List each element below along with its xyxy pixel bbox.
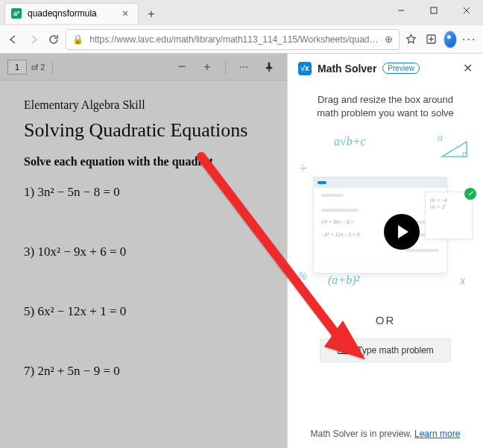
decoration-divide-icon: ÷ xyxy=(300,162,306,175)
window-controls xyxy=(385,0,483,21)
refresh-button[interactable] xyxy=(45,29,61,50)
decoration-ab-icon: (a+b)² xyxy=(328,274,359,287)
decoration-x-icon: x xyxy=(461,275,465,287)
doc-title: Solving Quadratic Equations xyxy=(24,119,287,142)
problem-3: 3) 10x² − 9x + 6 = 0 xyxy=(24,244,287,259)
lock-icon: 🔒 xyxy=(72,34,83,45)
window-titlebar: a² quadeqnsformula × + xyxy=(0,0,483,25)
back-button[interactable] xyxy=(6,29,22,50)
learn-more-link[interactable]: Learn more xyxy=(414,429,460,439)
zoom-in-button[interactable]: + xyxy=(197,57,218,78)
address-bar[interactable]: 🔒 https://www.lavc.edu/math/library/math… xyxy=(66,29,399,50)
pdf-toolbar: 1 of 2 − + ⋯ xyxy=(0,54,287,81)
page-number-input[interactable]: 1 xyxy=(7,60,27,75)
settings-menu-button[interactable]: ··· xyxy=(461,29,477,50)
window-maximize-button[interactable] xyxy=(417,0,450,21)
problem-1: 1) 3n² − 5n − 8 = 0 xyxy=(24,185,287,200)
zoom-out-button[interactable]: − xyxy=(171,57,192,78)
browser-tab[interactable]: a² quadeqnsformula × xyxy=(4,3,139,24)
window-close-button[interactable] xyxy=(450,0,483,21)
doc-subtitle: Elementary Algebra Skill xyxy=(24,98,287,112)
content-area: 1 of 2 − + ⋯ Elementary Algebra Skill So… xyxy=(0,54,483,448)
tab-favicon-icon: a² xyxy=(11,8,22,19)
tab-close-icon[interactable]: × xyxy=(120,7,130,19)
type-btn-label: Type math problem xyxy=(357,345,434,356)
panel-title: Math Solver xyxy=(318,63,376,75)
panel-illustration: a√b+c ÷ a (a+b)² % x m² + 6m – 8 = - 4² … xyxy=(298,132,473,288)
divider xyxy=(225,60,226,74)
collections-button[interactable] xyxy=(423,29,439,50)
window-minimize-button[interactable] xyxy=(385,0,417,21)
decoration-root-icon: a√b+c xyxy=(334,135,366,148)
preview-badge: Preview xyxy=(382,63,420,74)
math-solver-icon: √x xyxy=(298,62,312,75)
favorites-button[interactable] xyxy=(404,29,420,50)
pdf-viewer: 1 of 2 − + ⋯ Elementary Algebra Skill So… xyxy=(0,54,287,448)
profile-avatar[interactable] xyxy=(443,31,457,48)
panel-close-button[interactable]: ✕ xyxy=(463,61,473,75)
decoration-percent-icon: % xyxy=(298,271,307,283)
page-count-label: of 2 xyxy=(31,63,45,72)
pdf-more-button[interactable]: ⋯ xyxy=(233,57,254,78)
new-tab-button[interactable]: + xyxy=(142,4,161,24)
math-solver-panel: √x Math Solver Preview ✕ Drag and resize… xyxy=(287,54,483,448)
tab-title: quadeqnsformula xyxy=(28,8,114,19)
doc-instructions: Solve each equation with the quadrat xyxy=(24,155,287,168)
problem-7: 7) 2n² + 5n − 9 = 0 xyxy=(24,364,287,379)
pdf-document: Elementary Algebra Skill Solving Quadrat… xyxy=(0,81,287,379)
decoration-triangle-icon xyxy=(440,139,470,162)
browser-toolbar: 🔒 https://www.lavc.edu/math/library/math… xyxy=(0,25,483,54)
panel-instructions: Drag and resize the box around math prob… xyxy=(288,78,483,127)
address-text: https://www.lavc.edu/math/library/math11… xyxy=(89,34,378,45)
problem-5: 5) 6x² − 12x + 1 = 0 xyxy=(24,304,287,319)
or-divider: OR xyxy=(288,314,483,326)
panel-header: √x Math Solver Preview ✕ xyxy=(288,54,483,78)
forward-button[interactable] xyxy=(26,29,42,50)
checkmark-icon: ✓ xyxy=(464,188,476,200)
svg-rect-1 xyxy=(431,7,437,13)
keyboard-icon: ⌨ xyxy=(337,345,351,356)
type-math-problem-button[interactable]: ⌨ Type math problem xyxy=(320,338,451,362)
pin-toolbar-button[interactable] xyxy=(259,57,280,78)
panel-footer: Math Solver is in preview. Learn more xyxy=(288,421,483,448)
illustration-result-card: ✓ m = -4 m = 2 xyxy=(425,192,473,239)
tab-strip: a² quadeqnsformula × + xyxy=(0,0,161,24)
divider xyxy=(52,60,53,74)
zoom-indicator-icon[interactable]: ⊕ xyxy=(385,34,393,45)
